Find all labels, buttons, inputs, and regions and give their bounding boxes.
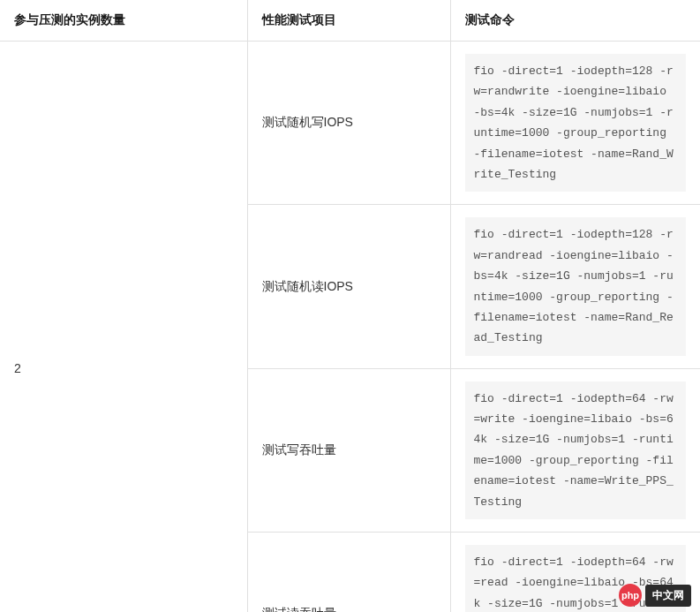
cell-test-command: fio -direct=1 -iodepth=128 -rw=randread … — [450, 205, 700, 368]
cell-test-command: fio -direct=1 -iodepth=64 -rw=write -ioe… — [450, 368, 700, 532]
table-row: 2 测试随机写IOPS fio -direct=1 -iodepth=128 -… — [0, 42, 700, 205]
cell-test-item: 测试随机写IOPS — [247, 42, 450, 205]
cell-instance-count: 2 — [0, 42, 247, 613]
watermark-badge: php — [619, 584, 642, 607]
cell-test-command: fio -direct=1 -iodepth=128 -rw=randwrite… — [450, 42, 700, 205]
code-block: fio -direct=1 -iodepth=128 -rw=randread … — [465, 217, 687, 355]
performance-test-table: 参与压测的实例数量 性能测试项目 测试命令 2 测试随机写IOPS fio -d… — [0, 0, 700, 612]
watermark: php 中文网 — [619, 584, 691, 607]
header-instance-count: 参与压测的实例数量 — [0, 0, 247, 42]
cell-test-item: 测试随机读IOPS — [247, 205, 450, 368]
cell-test-item: 测试读吞吐量 — [247, 533, 450, 612]
header-test-command: 测试命令 — [450, 0, 700, 42]
cell-test-item: 测试写吞吐量 — [247, 368, 450, 532]
watermark-text: 中文网 — [645, 585, 691, 607]
header-test-item: 性能测试项目 — [247, 0, 450, 42]
code-block: fio -direct=1 -iodepth=128 -rw=randwrite… — [465, 54, 687, 192]
code-block: fio -direct=1 -iodepth=64 -rw=write -ioe… — [465, 382, 687, 519]
